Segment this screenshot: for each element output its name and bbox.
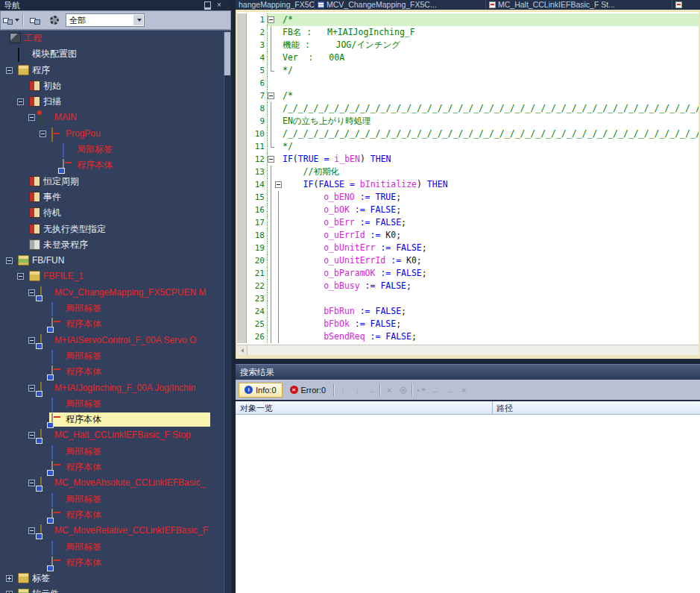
tree-item[interactable]: 程序 <box>0 63 231 78</box>
tree-item[interactable]: 局部标签 <box>0 444 231 459</box>
breakpoint-gutter[interactable] <box>237 102 247 115</box>
fold-collapse-icon[interactable] <box>275 181 282 188</box>
column-path[interactable]: 路径 <box>496 403 513 414</box>
document-tab-4[interactable] <box>672 0 700 10</box>
code-line-content[interactable]: FB名 : M+IAIJogInching_F <box>268 26 699 39</box>
fold-column[interactable] <box>268 90 275 102</box>
tree-item[interactable]: 标签 <box>0 571 231 586</box>
code-line-content[interactable]: bFbRun := FALSE; <box>268 305 699 318</box>
collapse-minus-icon[interactable] <box>6 67 13 74</box>
tree-item[interactable]: MAIN <box>0 110 231 125</box>
tree-item[interactable]: 局部标签 <box>0 492 231 507</box>
tree-item[interactable]: 事件 <box>0 189 231 205</box>
fold-collapse-icon[interactable] <box>268 16 274 23</box>
collapse-minus-icon[interactable] <box>28 114 35 121</box>
code-line-content[interactable]: 機能 : JOG/インチング <box>268 39 699 51</box>
tree-item[interactable]: ProgPou <box>0 126 231 142</box>
collapse-minus-icon[interactable] <box>6 257 13 264</box>
code-line-content[interactable]: o_bErr := FALSE; <box>268 216 699 229</box>
code-line-content[interactable]: IF(FALSE = bInitialize) THEN <box>268 178 699 191</box>
code-line-content[interactable]: //初期化 <box>268 166 699 178</box>
jump-next-icon[interactable]: → <box>365 384 377 396</box>
tree-item[interactable]: 局部标签 <box>0 348 231 364</box>
tree-item[interactable]: MC_MoveAbsolute_CCLinkIEFBasic_ <box>0 475 231 491</box>
tree-item[interactable]: 局部标签 <box>0 396 231 412</box>
tree-filter-select[interactable]: 全部 <box>66 13 145 27</box>
collapse-minus-icon[interactable] <box>17 98 24 105</box>
code-line-content[interactable]: o_bENO := TRUE; <box>268 191 699 204</box>
code-line-content[interactable]: /_/_/_/_/_/_/_/_/_/_/_/_/_/_/_/_/_/_/_/_… <box>268 128 699 140</box>
breakpoint-gutter[interactable] <box>237 115 247 128</box>
collapse-minus-icon[interactable] <box>28 385 35 392</box>
code-line-content[interactable] <box>268 292 699 305</box>
tree-item[interactable]: M+IAIJogInching_F_00A Jog/Inchin <box>0 380 231 396</box>
breakpoint-gutter[interactable] <box>237 191 247 204</box>
breakpoint-gutter[interactable] <box>237 51 247 64</box>
tree-item[interactable]: 初始 <box>0 78 231 94</box>
tree-item[interactable]: 未登录程序 <box>0 237 231 253</box>
code-line-content[interactable]: ENの立ち上がり時処理 <box>268 115 699 128</box>
breakpoint-gutter[interactable] <box>237 292 247 305</box>
tree-item[interactable]: 软元件 <box>0 586 231 593</box>
collapse-minus-icon[interactable] <box>28 527 35 534</box>
fold-collapse-icon[interactable] <box>268 156 274 163</box>
delete-search-results-icon[interactable]: × <box>383 384 395 396</box>
document-tab-1[interactable]: hangeMapping_FX5C... <box>236 0 315 10</box>
code-line-content[interactable]: /* <box>268 90 699 102</box>
column-object-list[interactable]: 对象一览 <box>240 403 273 414</box>
tree-item[interactable]: 恒定周期 <box>0 174 231 189</box>
breakpoint-gutter[interactable] <box>237 280 247 292</box>
tree-item[interactable]: M+IAIServoControl_F_00A Servo O <box>0 333 231 348</box>
fold-column[interactable] <box>268 13 275 26</box>
code-line-content[interactable]: */ <box>268 140 699 153</box>
tree-item[interactable]: 扫描 <box>0 94 231 110</box>
abort-icon[interactable]: × <box>458 384 470 396</box>
code-line-content[interactable]: o_bBusy := FALSE; <box>268 280 699 292</box>
collapse-minus-icon[interactable] <box>28 289 35 296</box>
breakpoint-gutter[interactable] <box>237 330 247 343</box>
breakpoint-gutter[interactable] <box>237 153 247 166</box>
info-filter-button[interactable]: i Info:0 <box>239 383 283 398</box>
breakpoint-gutter[interactable] <box>237 267 247 280</box>
search-results-body[interactable] <box>236 415 700 593</box>
breakpoint-gutter[interactable] <box>237 90 247 102</box>
breakpoint-gutter[interactable] <box>237 242 247 254</box>
tree-item[interactable]: 程序本体 <box>0 555 231 571</box>
code-line-content[interactable]: o_bOK := FALSE; <box>268 204 699 216</box>
breakpoint-gutter[interactable] <box>237 77 247 90</box>
pin-icon[interactable] <box>203 1 212 10</box>
document-tab-3[interactable]: MC_Halt_CCLinkIEFBasic_F St... <box>486 0 672 10</box>
code-line-content[interactable]: /* <box>268 13 699 26</box>
code-line-content[interactable]: /_/_/_/_/_/_/_/_/_/_/_/_/_/_/_/_/_/_/_/_… <box>268 102 699 115</box>
breakpoint-gutter[interactable] <box>237 13 247 26</box>
fold-column[interactable] <box>268 153 275 166</box>
tree-item[interactable]: 无执行类型指定 <box>0 222 231 237</box>
editor-horizontal-scrollbar[interactable] <box>237 345 699 355</box>
move-back-icon[interactable]: ← <box>429 384 441 396</box>
collapse-minus-icon[interactable] <box>28 337 35 344</box>
tree-item[interactable]: 待机 <box>0 205 231 221</box>
jump-previous-icon[interactable]: ↓ <box>351 384 363 396</box>
code-line-content[interactable]: bFbOk := FALSE; <box>268 318 699 330</box>
breakpoint-gutter[interactable] <box>237 128 247 140</box>
breakpoint-gutter[interactable] <box>237 26 247 39</box>
tree-item[interactable]: MC_MoveRelative_CCLinkIEFBasic_F <box>0 523 231 539</box>
move-forward-icon[interactable]: → <box>444 384 455 396</box>
tree-scrollbar-thumb[interactable] <box>224 32 230 75</box>
jump-first-icon[interactable]: ↑ <box>337 384 349 396</box>
code-line-content[interactable]: o_bParamOK := FALSE; <box>268 267 699 280</box>
collapse-minus-icon[interactable] <box>40 131 46 137</box>
document-tab-2[interactable]: MCV_ChangeMapping_FX5C... <box>315 0 486 10</box>
tree-item[interactable]: 程序本体 <box>0 364 231 380</box>
tree-item[interactable]: 局部标签 <box>0 142 231 157</box>
chevron-down-icon[interactable] <box>133 15 143 25</box>
code-line-content[interactable]: IF(TRUE = i_bEN) THEN <box>268 153 699 166</box>
expand-plus-icon[interactable] <box>6 575 13 582</box>
code-line-content[interactable]: Ver : 00A <box>268 51 699 64</box>
error-filter-button[interactable]: × Error:0 <box>285 383 332 398</box>
breakpoint-gutter[interactable] <box>237 140 247 153</box>
tree-item[interactable]: 模块配置图 <box>0 46 231 62</box>
tree-item[interactable]: MCv_ChangeMapping_FX5CPUEN M <box>0 285 231 301</box>
collapse-minus-icon[interactable] <box>28 480 35 486</box>
display-target-icon[interactable]: ▪ <box>415 384 427 396</box>
